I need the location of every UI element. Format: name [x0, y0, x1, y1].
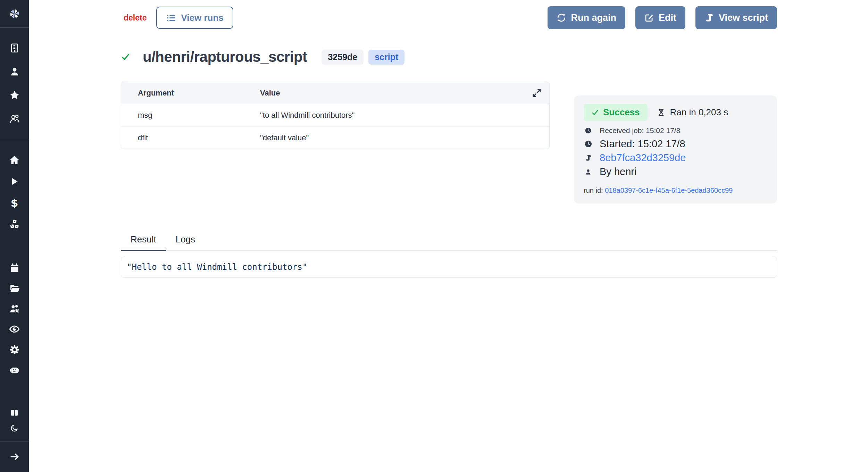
clock-icon [585, 127, 592, 134]
moon-icon [10, 423, 19, 432]
sidebar-item-theme-toggle[interactable] [0, 420, 29, 436]
robot-icon [9, 365, 20, 376]
run-again-button[interactable]: Run again [548, 6, 625, 29]
users-gear-icon [9, 303, 20, 314]
argument-column-header: Argument [121, 89, 260, 98]
sidebar-item-calendar[interactable] [0, 257, 29, 278]
play-icon [9, 176, 19, 187]
gear-icon [9, 344, 20, 355]
home-icon [9, 155, 20, 165]
page-title: u/henri/rapturous_script [143, 49, 307, 65]
edit-icon [644, 13, 654, 23]
content-row: Argument Value msg "to all Windmill cont… [121, 82, 777, 204]
sidebar-group-bottom [0, 405, 29, 436]
star-icon [9, 90, 20, 101]
sidebar-item-users[interactable] [0, 107, 29, 131]
sidebar: $ [0, 0, 29, 472]
windmill-logo-icon [7, 7, 22, 21]
arrow-right-icon [9, 452, 20, 462]
sidebar-item-settings[interactable] [0, 339, 29, 360]
sidebar-item-building[interactable] [0, 36, 29, 60]
table-row: dflt "default value" [121, 126, 549, 149]
run-duration: Ran in 0,203 s [657, 107, 728, 118]
script-type-badge: script [368, 50, 404, 65]
sidebar-item-docs[interactable] [0, 405, 29, 420]
sidebar-item-cubes[interactable] [0, 214, 29, 235]
sidebar-item-eye[interactable] [0, 319, 29, 339]
folder-open-icon [9, 283, 20, 294]
check-icon [591, 109, 599, 116]
sidebar-item-star[interactable] [0, 83, 29, 107]
run-status-panel: Success Ran in 0,203 s [574, 96, 777, 204]
sidebar-expand-button[interactable] [0, 441, 29, 472]
person-icon [585, 168, 592, 175]
sidebar-group-top [0, 36, 29, 131]
cubes-icon [9, 219, 20, 230]
view-runs-label: View runs [181, 13, 223, 23]
argument-cell: msg [121, 111, 260, 120]
expand-icon [531, 88, 542, 99]
tab-result[interactable]: Result [121, 234, 166, 251]
result-output-text: "Hello to all Windmill contributors" [127, 262, 307, 272]
run-id-label: run id: [584, 187, 603, 194]
status-label: Success [603, 107, 640, 118]
view-runs-button[interactable]: View runs [156, 7, 233, 29]
tab-logs[interactable]: Logs [166, 234, 205, 250]
success-check-icon [121, 53, 130, 61]
run-id-row: run id: 018a0397-6c1e-f45a-6f1e-5edad360… [584, 187, 767, 194]
sidebar-item-dollar[interactable]: $ [0, 192, 29, 214]
view-script-button[interactable]: View script [695, 6, 777, 29]
status-row: Success Ran in 0,203 s [584, 104, 767, 121]
sidebar-group-main: $ [0, 149, 29, 235]
arguments-table: Argument Value msg "to all Windmill cont… [121, 82, 550, 149]
hourglass-icon [657, 108, 665, 117]
run-author-label: By henri [600, 166, 636, 177]
sidebar-item-home[interactable] [0, 149, 29, 171]
scroll-icon [704, 13, 714, 23]
value-column-header: Value [260, 89, 549, 98]
view-script-label: View script [719, 13, 768, 23]
result-tabs: Result Logs [121, 234, 777, 251]
users-icon [9, 113, 20, 124]
argument-cell: dflt [121, 133, 260, 142]
started-row: Started: 15:02 17/8 [584, 138, 767, 150]
received-label: Received job: 15:02 17/8 [600, 126, 680, 135]
sidebar-item-users-gear[interactable] [0, 298, 29, 319]
title-row: u/henri/rapturous_script 3259de script [121, 47, 777, 67]
dollar-icon: $ [11, 198, 18, 208]
book-icon [10, 408, 19, 417]
delete-button[interactable]: delete [124, 13, 147, 23]
started-label: Started: 15:02 17/8 [600, 138, 685, 150]
run-duration-label: Ran in 0,203 s [670, 107, 728, 118]
edit-button[interactable]: Edit [635, 6, 685, 29]
arguments-table-header: Argument Value [121, 82, 549, 104]
windmill-logo[interactable] [0, 0, 29, 28]
user-icon [9, 66, 20, 77]
list-icon [166, 13, 176, 23]
job-hash-row: 8eb7fca32d3259de [584, 152, 767, 164]
run-again-label: Run again [571, 13, 616, 23]
expand-table-button[interactable] [531, 87, 543, 99]
sidebar-item-user[interactable] [0, 60, 29, 83]
main-content: delete View runs [29, 0, 868, 278]
run-id-link[interactable]: 018a0397-6c1e-f45a-6f1e-5edad360cc99 [605, 187, 733, 194]
clock-icon [584, 140, 592, 148]
scroll-icon [585, 154, 592, 162]
topbar: delete View runs [121, 6, 777, 29]
result-output-box: "Hello to all Windmill contributors" [121, 257, 777, 278]
building-icon [9, 43, 20, 53]
sidebar-item-robot[interactable] [0, 360, 29, 380]
sidebar-group-secondary [0, 257, 29, 380]
refresh-icon [557, 13, 566, 23]
script-hash-badge[interactable]: 3259de [322, 50, 364, 65]
run-author-row: By henri [584, 166, 767, 177]
job-hash-link[interactable]: 8eb7fca32d3259de [600, 152, 686, 164]
edit-label: Edit [659, 13, 676, 23]
status-badge: Success [584, 104, 648, 121]
value-cell: "default value" [260, 133, 549, 142]
sidebar-item-folder[interactable] [0, 278, 29, 298]
received-row: Received job: 15:02 17/8 [584, 126, 767, 135]
calendar-icon [9, 263, 20, 273]
sidebar-item-play[interactable] [0, 171, 29, 192]
sidebar-divider [0, 139, 29, 139]
